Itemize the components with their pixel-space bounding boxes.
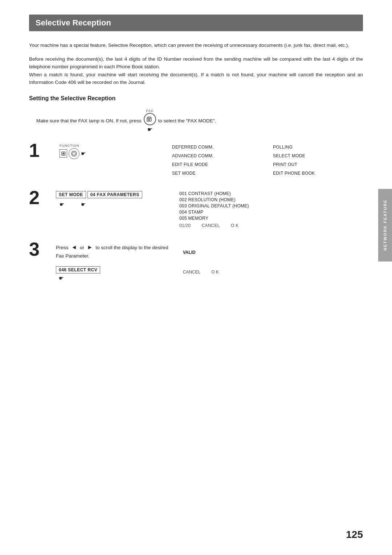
page-number: 125 [346, 529, 363, 540]
menu-item-edit-file-mode: EDIT FILE MODE [172, 161, 262, 168]
param-003: 003 ORIGINAL DEFAULT (HOME) [179, 203, 363, 208]
svg-point-6 [73, 152, 75, 155]
step-3-fax-param-text: Fax Parameter. [56, 253, 89, 259]
intro-para1: Your machine has a special feature, Sele… [29, 41, 363, 49]
fax-params-key: 04 FAX PARAMETERS [87, 191, 142, 198]
step-3-number: 3 [29, 240, 47, 259]
step-1-menu-panel: DEFERRED COMM. POLLING ADVANCED COMM. SE… [165, 144, 363, 177]
step-2-content: SET MODE 04 FAX PARAMETERS ☛ ☛ 001 CONTR… [56, 191, 363, 228]
step-3-valid-panel: VALID CANCEL O K [168, 243, 363, 275]
menu-item-set-mode: SET MODE [172, 170, 262, 177]
page-title: Selective Reception [29, 15, 363, 31]
fax-symbol-icon [147, 116, 153, 122]
sub-heading: Setting the Selective Reception [29, 95, 363, 102]
fax-instruction-end: to select the "FAX MODE". [158, 118, 216, 123]
menu-item-deferred-comm: DEFERRED COMM. [172, 144, 262, 150]
step-2-block: 2 SET MODE 04 FAX PARAMETERS ☛ ☛ 00 [29, 191, 363, 228]
step-1-menu-grid: DEFERRED COMM. POLLING ADVANCED COMM. SE… [172, 144, 363, 177]
arrow-right-icon: ► [87, 244, 93, 250]
fax-label: FAX [146, 109, 154, 113]
fax-instruction-line: Make sure that the FAX lamp is ON. If no… [36, 109, 363, 133]
svg-point-5 [72, 151, 77, 156]
svg-rect-2 [148, 119, 149, 119]
menu-item-advanced-comm: ADVANCED COMM. [172, 153, 262, 159]
param-004: 004 STAMP [179, 210, 363, 215]
intro-para2: Before receiving the document(s), the la… [29, 55, 363, 86]
param-page-indicator: 01/20 [179, 223, 191, 228]
param-ok-label: O K [231, 223, 239, 228]
set-mode-key: SET MODE [56, 191, 86, 198]
svg-rect-3 [149, 119, 150, 119]
step-1-content: FUNCTION ⊞ ☛ [56, 144, 363, 177]
param-001: 001 CONTRAST (HOME) [179, 191, 363, 196]
step-3-block: 3 Press ◄ or ► to scroll the display to … [29, 243, 363, 281]
function-circle-icon [69, 148, 79, 159]
svg-rect-4 [148, 120, 150, 121]
select-rcv-key: 046 SELECT RCV [56, 266, 100, 274]
step-3-instruction: Press ◄ or ► to scroll the display to th… [56, 243, 168, 260]
menu-item-edit-phone-book: EDIT PHONE BOOK [273, 170, 363, 177]
param-002: 002 RESOLUTION (HOME) [179, 197, 363, 202]
param-cancel-label: CANCEL [202, 223, 220, 228]
step-1-block: 1 FUNCTION ⊞ [29, 144, 363, 177]
hand-cursor-step2b: ☛ [81, 201, 86, 208]
valid-label: VALID [183, 250, 363, 255]
select-rcv-area: 046 SELECT RCV ☛ [56, 263, 168, 281]
sidebar-tab-label: NETWORK FEATURE [383, 199, 388, 251]
step-2-number: 2 [29, 188, 47, 207]
valid-display: VALID CANCEL O K [183, 250, 363, 275]
menu-item-select-mode: SELECT MODE [273, 153, 363, 159]
step-3-scroll-text: to scroll the display to the desired [95, 245, 168, 250]
valid-ok-label: O K [211, 270, 219, 275]
step-1-left: FUNCTION ⊞ ☛ [56, 144, 165, 159]
valid-cancel-label: CANCEL [183, 270, 201, 275]
step-2-left: SET MODE 04 FAX PARAMETERS ☛ ☛ [56, 191, 165, 208]
page-wrapper: NETWORK FEATURE Selective Reception Your… [0, 0, 392, 555]
valid-footer: CANCEL O K [183, 270, 363, 275]
hand-cursor-fax: ☛ [147, 126, 152, 133]
arrow-left-icon: ◄ [71, 244, 77, 250]
function-grid-icon: ⊞ [60, 149, 67, 158]
sidebar-tab: NETWORK FEATURE [378, 189, 392, 262]
step-1-number: 1 [29, 141, 47, 160]
menu-item-print-out: PRINT OUT [273, 161, 363, 168]
hand-cursor-step3: ☛ [59, 275, 64, 281]
param-footer: 01/20 CANCEL O K [179, 223, 363, 228]
function-label: FUNCTION [60, 144, 79, 147]
menu-item-polling: POLLING [273, 144, 363, 150]
step-3-content: Press ◄ or ► to scroll the display to th… [56, 243, 363, 281]
step-2-params-panel: 001 CONTRAST (HOME) 002 RESOLUTION (HOME… [165, 191, 363, 228]
fax-button-icon: FAX ☛ [144, 109, 156, 133]
fax-circle-icon [144, 113, 156, 125]
step-3-press-text: Press [56, 245, 69, 250]
hand-cursor-step2a: ☛ [60, 201, 64, 208]
function-symbol-icon [71, 150, 77, 157]
param-005: 005 MEMORY [179, 216, 363, 221]
fax-instruction-text: Make sure that the FAX lamp is ON. If no… [36, 118, 142, 123]
param-list: 001 CONTRAST (HOME) 002 RESOLUTION (HOME… [179, 191, 363, 228]
step-3-left: Press ◄ or ► to scroll the display to th… [56, 243, 168, 281]
hand-cursor-step1: ☛ [81, 150, 86, 157]
step-3-or-text: or [80, 245, 84, 250]
